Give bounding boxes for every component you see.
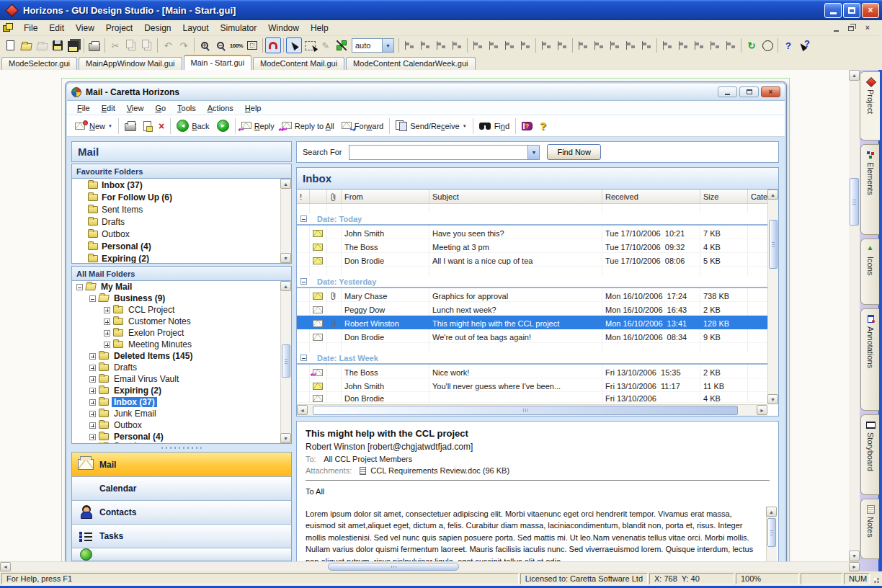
message-row-the-boss[interactable]: The BossMeeting at 3 pmTue 17/10/2006 09… bbox=[297, 239, 767, 253]
side-tab-annotations[interactable]: Annotations bbox=[860, 308, 879, 411]
refresh-design-icon[interactable]: ↻ bbox=[744, 37, 760, 53]
mdi-restore-button[interactable] bbox=[845, 22, 859, 34]
doc-tab-mainappwindow-mail-gui[interactable]: MainAppWindow Mail.gui bbox=[79, 57, 182, 70]
search-input[interactable] bbox=[349, 145, 527, 160]
document-icon[interactable] bbox=[3, 23, 14, 32]
mdi-close-button[interactable]: × bbox=[860, 22, 875, 34]
scroll-down-icon[interactable]: ▼ bbox=[849, 551, 860, 561]
new-message-button[interactable]: New▼ bbox=[71, 120, 116, 133]
collapse-icon[interactable] bbox=[300, 215, 307, 222]
menu-help[interactable]: Help bbox=[305, 21, 334, 35]
scroll-up-icon[interactable]: ▲ bbox=[766, 507, 777, 517]
help-book-button[interactable]: ? bbox=[518, 120, 536, 133]
zoom-out-icon[interactable]: − bbox=[213, 37, 228, 53]
help-icon[interactable]: ? bbox=[780, 37, 796, 53]
menu-layout[interactable]: Layout bbox=[177, 21, 215, 35]
align-right-edges-icon[interactable] bbox=[417, 37, 433, 53]
menu-simulator[interactable]: Simulator bbox=[215, 21, 263, 35]
expand-icon[interactable] bbox=[89, 443, 96, 445]
doc-tab-modecontent-calendarweek-gui[interactable]: ModeContent CalendarWeek.gui bbox=[346, 57, 475, 70]
group-header-date-last-week[interactable]: Date: Last Week bbox=[297, 352, 767, 365]
space-evenly-across-icon[interactable] bbox=[470, 37, 486, 53]
expand-icon[interactable] bbox=[104, 342, 110, 348]
back-button[interactable]: ◄Back bbox=[173, 117, 213, 134]
tree-item-inbox-37[interactable]: Inbox (37) bbox=[72, 396, 291, 408]
expand-icon[interactable] bbox=[89, 388, 96, 394]
scroll-left-icon[interactable]: ◄ bbox=[0, 562, 11, 571]
make-same-size-icon[interactable] bbox=[607, 37, 623, 53]
doc-tab-modecontent-mail-gui[interactable]: ModeContent Mail.gui bbox=[253, 57, 344, 70]
make-same-height-icon[interactable] bbox=[591, 37, 607, 53]
mail-close-button[interactable]: × bbox=[761, 86, 780, 97]
forward-button[interactable]: ↪Forward bbox=[338, 120, 387, 133]
reply-all-button[interactable]: ↩↩Reply to All bbox=[278, 120, 338, 133]
scrollbar-thumb[interactable] bbox=[328, 563, 459, 571]
scrollbar-thumb[interactable] bbox=[850, 178, 859, 226]
zoom-in-icon[interactable]: + bbox=[197, 37, 213, 53]
expand-icon[interactable] bbox=[104, 307, 110, 313]
delete-button[interactable]: × bbox=[155, 119, 168, 133]
mail-menu-file[interactable]: File bbox=[71, 102, 96, 114]
column-header-icon[interactable] bbox=[310, 190, 327, 203]
send-backward-icon[interactable] bbox=[707, 37, 723, 53]
scroll-down-icon[interactable]: ▼ bbox=[767, 394, 778, 404]
tree-item-sent-items[interactable]: Sent Items bbox=[72, 442, 291, 444]
menu-view[interactable]: View bbox=[70, 21, 100, 35]
context-help-icon[interactable] bbox=[796, 37, 812, 53]
collapse-icon[interactable] bbox=[300, 278, 307, 285]
expand-icon[interactable] bbox=[89, 411, 96, 417]
column-header-subject[interactable]: Subject bbox=[429, 190, 602, 203]
message-row-peggy-dow[interactable]: Peggy DowLunch next week?Mon 16/10/2006 … bbox=[297, 302, 767, 316]
tree-scrollbar[interactable]: ▲▼ bbox=[280, 281, 291, 443]
scroll-up-icon[interactable]: ▲ bbox=[849, 70, 860, 81]
sidebar-splitter[interactable] bbox=[71, 444, 292, 452]
expand-icon[interactable] bbox=[89, 376, 96, 383]
scroll-left-icon[interactable]: ◄ bbox=[297, 405, 308, 415]
search-dropdown-icon[interactable]: ▼ bbox=[527, 145, 540, 160]
scroll-down-icon[interactable]: ▼ bbox=[280, 253, 291, 263]
mail-menu-tools[interactable]: Tools bbox=[172, 102, 202, 114]
send-to-back-icon[interactable] bbox=[675, 37, 691, 53]
menu-file[interactable]: File bbox=[18, 21, 43, 35]
tree-item-personal-4[interactable]: Personal (4) bbox=[72, 431, 291, 442]
pointer-tool-icon[interactable] bbox=[286, 37, 302, 53]
mail-menu-actions[interactable]: Actions bbox=[202, 102, 239, 114]
side-tab-project[interactable]: Project bbox=[860, 71, 880, 141]
expand-icon[interactable] bbox=[89, 353, 96, 360]
close-button[interactable]: × bbox=[862, 3, 879, 18]
help-button[interactable]: ? bbox=[536, 118, 550, 133]
mail-menu-edit[interactable]: Edit bbox=[96, 102, 121, 114]
select-elements-tool-icon[interactable] bbox=[302, 37, 318, 53]
maximize-button[interactable] bbox=[843, 3, 860, 18]
mail-menu-go[interactable]: Go bbox=[149, 102, 172, 114]
scroll-up-icon[interactable]: ▲ bbox=[280, 281, 291, 291]
nav-button-contacts[interactable]: Contacts bbox=[72, 500, 291, 524]
scroll-right-icon[interactable]: ► bbox=[849, 562, 860, 571]
mail-maximize-button[interactable] bbox=[739, 86, 759, 97]
favourite-folder-drafts[interactable]: Drafts bbox=[72, 215, 291, 228]
column-header-size[interactable]: Size bbox=[700, 190, 748, 203]
resize-grip[interactable] bbox=[871, 573, 881, 584]
expand-icon[interactable] bbox=[89, 365, 96, 371]
scrollbar-thumb[interactable] bbox=[313, 406, 738, 415]
forward-nav-button[interactable]: ► bbox=[213, 117, 233, 134]
message-row-don-brodie[interactable]: Don BrodieAll I want is a nice cup of te… bbox=[297, 253, 767, 267]
print-icon[interactable] bbox=[86, 37, 102, 53]
find-button[interactable]: Find bbox=[476, 119, 513, 133]
message-row-mary-chase[interactable]: Mary ChaseGraphics for approvalMon 16/10… bbox=[297, 288, 767, 302]
expand-icon[interactable] bbox=[104, 318, 110, 325]
collapse-icon[interactable] bbox=[76, 284, 83, 290]
zoom-level-value[interactable]: auto bbox=[352, 38, 382, 53]
group-header-date-yesterday[interactable]: Date: Yesterday bbox=[297, 276, 767, 288]
group-header-date-today[interactable]: Date: Today bbox=[297, 213, 767, 226]
zoom-fit-icon[interactable] bbox=[244, 37, 260, 53]
preview-vertical-scrollbar[interactable]: ▲ ▼ bbox=[766, 507, 777, 561]
scrollbar-thumb[interactable] bbox=[767, 518, 776, 547]
save-all-icon[interactable] bbox=[66, 37, 81, 53]
tree-item-customer-notes[interactable]: Customer Notes bbox=[72, 316, 291, 327]
column-header-attachment[interactable] bbox=[327, 190, 342, 203]
menu-project[interactable]: Project bbox=[100, 21, 138, 35]
space-evenly-down-icon[interactable] bbox=[486, 37, 502, 53]
expand-icon[interactable] bbox=[89, 434, 96, 440]
message-row-the-boss[interactable]: ↩The BossNice work!Fri 13/10/2006 15:352… bbox=[297, 365, 767, 378]
